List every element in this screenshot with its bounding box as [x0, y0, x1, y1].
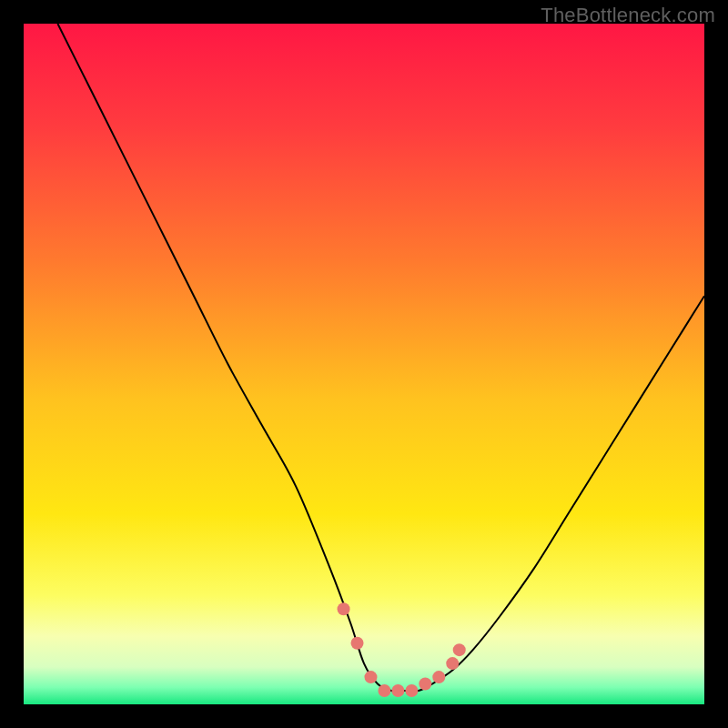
marker-point [391, 684, 404, 697]
watermark-text: TheBottleneck.com [541, 4, 715, 27]
marker-point [432, 671, 445, 683]
marker-point [453, 643, 466, 656]
chart-frame: TheBottleneck.com [0, 0, 728, 728]
marker-point [351, 637, 364, 650]
marker-point [338, 602, 350, 615]
marker-point [419, 678, 431, 691]
chart-background [24, 24, 704, 704]
marker-point [405, 684, 418, 697]
marker-point [446, 657, 459, 670]
marker-point [364, 671, 377, 683]
marker-point [378, 684, 390, 697]
bottleneck-chart [24, 24, 704, 704]
